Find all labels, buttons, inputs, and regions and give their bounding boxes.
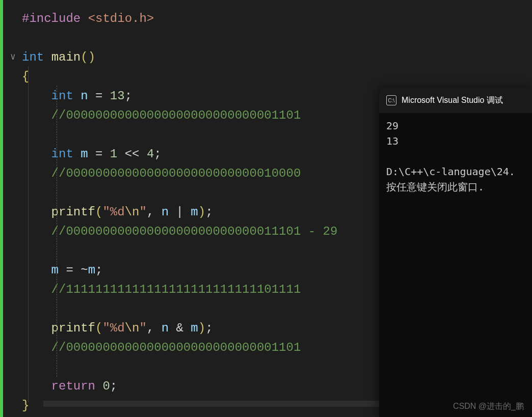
fold-chevron-icon[interactable]: ∨ xyxy=(10,51,16,62)
console-path: D:\C++\c-language\24. xyxy=(386,164,525,179)
console-output xyxy=(386,149,525,164)
indent-guide xyxy=(28,66,29,402)
console-titlebar[interactable]: C:\ Microsoft Visual Studio 调试 xyxy=(379,88,532,113)
console-window[interactable]: C:\ Microsoft Visual Studio 调试 29 13 D:\… xyxy=(379,88,532,417)
console-output: 29 xyxy=(386,118,525,133)
editor-gutter: ∨ xyxy=(3,0,21,417)
console-output: 13 xyxy=(386,133,525,149)
indent-guide-dashed xyxy=(57,86,57,377)
watermark: CSDN @进击的_鹏 xyxy=(453,401,524,412)
cmd-icon: C:\ xyxy=(386,95,396,105)
code-line xyxy=(21,29,532,48)
code-line: #include <stdio.h> xyxy=(21,9,532,29)
console-body: 29 13 D:\C++\c-language\24. 按任意键关闭此窗口. xyxy=(379,113,532,200)
console-title: Microsoft Visual Studio 调试 xyxy=(402,95,503,106)
code-line: int main() xyxy=(21,48,532,67)
console-prompt: 按任意键关闭此窗口. xyxy=(386,179,525,194)
code-line: { xyxy=(21,67,532,87)
